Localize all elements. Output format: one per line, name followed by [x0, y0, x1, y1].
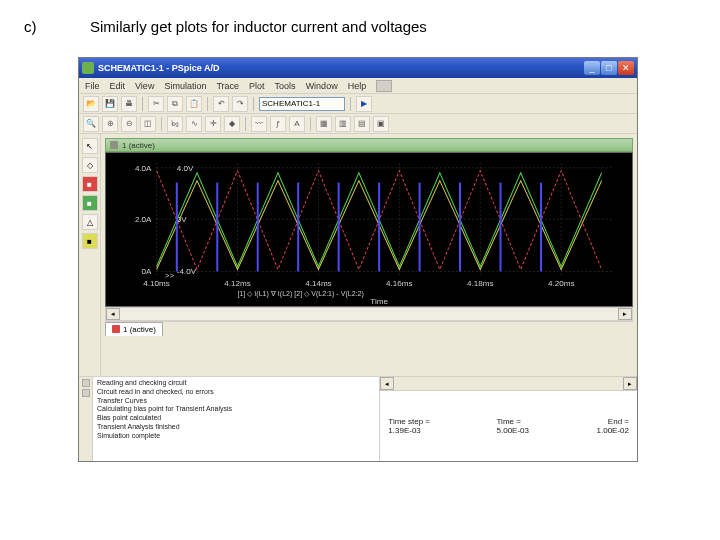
scroll-left-icon[interactable]: ◂ — [380, 377, 394, 390]
tool-save-icon[interactable]: 💾 — [102, 96, 118, 112]
status-end: End = 1.00E-02 — [594, 417, 629, 435]
schematic-combo[interactable]: SCHEMATIC1-1 — [259, 97, 345, 111]
output-side-buttons — [79, 377, 93, 461]
tool-cursor-icon[interactable]: ✛ — [205, 116, 221, 132]
scroll-left-icon[interactable]: ◂ — [106, 308, 120, 320]
tool-cut-icon[interactable]: ✂ — [148, 96, 164, 112]
tool-eval-icon[interactable]: ƒ — [270, 116, 286, 132]
tool-misc-icon[interactable]: ▦ — [316, 116, 332, 132]
plot-title-icon — [110, 141, 118, 149]
doc-tab-icon — [112, 325, 120, 333]
ylabel-left-mid: 2.0A — [135, 215, 152, 224]
menu-file[interactable]: File — [85, 81, 100, 91]
tool-fft-icon[interactable]: ∿ — [186, 116, 202, 132]
separator — [161, 117, 162, 131]
out-btn-icon[interactable] — [82, 389, 90, 397]
menu-simulation[interactable]: Simulation — [164, 81, 206, 91]
log-line: Calculating bias point for Transient Ana… — [97, 405, 375, 414]
tool-trace-icon[interactable]: 〰 — [251, 116, 267, 132]
minimize-button[interactable]: _ — [584, 61, 600, 75]
maximize-button[interactable]: □ — [601, 61, 617, 75]
tool-zoom-out-icon[interactable]: ⊖ — [121, 116, 137, 132]
side-red-icon[interactable]: ■ — [82, 176, 98, 192]
tool-open-icon[interactable]: 📂 — [83, 96, 99, 112]
out-btn-icon[interactable] — [82, 379, 90, 387]
doc-tab[interactable]: 1 (active) — [105, 322, 163, 336]
log-line: Simulation complete — [97, 432, 375, 441]
svg-text:4.14ms: 4.14ms — [305, 279, 332, 288]
tool-run-icon[interactable]: ▶ — [356, 96, 372, 112]
menu-toggle-icon[interactable] — [376, 80, 392, 92]
plot-title-text: 1 (active) — [122, 141, 155, 150]
tool-misc4-icon[interactable]: ▣ — [373, 116, 389, 132]
menu-plot[interactable]: Plot — [249, 81, 265, 91]
tool-redo-icon[interactable]: ↷ — [232, 96, 248, 112]
toolbar-1: 📂 💾 🖶 ✂ ⧉ 📋 ↶ ↷ SCHEMATIC1-1 ▶ — [79, 94, 637, 114]
ylabel-right-bot: -4.0V — [177, 267, 197, 276]
separator — [253, 97, 254, 111]
tool-misc3-icon[interactable]: ▤ — [354, 116, 370, 132]
window-title: SCHEMATIC1-1 - PSpice A/D — [98, 63, 584, 73]
log-line: Circuit read in and checked, no errors — [97, 388, 375, 397]
side-toolbar: ↖ ◇ ■ ■ △ ■ — [79, 134, 101, 376]
tool-zoom-area-icon[interactable]: ◫ — [140, 116, 156, 132]
tool-print-icon[interactable]: 🖶 — [121, 96, 137, 112]
plot-titlebar[interactable]: 1 (active) — [105, 138, 633, 152]
caption: c) Similarly get plots for inductor curr… — [24, 18, 696, 35]
svg-text:4.12ms: 4.12ms — [224, 279, 251, 288]
log-line: Bias point calculated — [97, 414, 375, 423]
side-marker-icon[interactable]: ◇ — [82, 157, 98, 173]
ylabel-left-bot: 0A — [142, 267, 153, 276]
side-tri-icon[interactable]: △ — [82, 214, 98, 230]
tool-copy-icon[interactable]: ⧉ — [167, 96, 183, 112]
menu-edit[interactable]: Edit — [110, 81, 126, 91]
pspice-window: SCHEMATIC1-1 - PSpice A/D _ □ ✕ File Edi… — [78, 57, 638, 462]
trace-legend: [1] ◇ I(L1) ∇ I(L2) [2] ◇ V(L2:1) - V(L2… — [238, 290, 364, 298]
scroll-right-icon[interactable]: ▸ — [623, 377, 637, 390]
side-cursor-icon[interactable]: ↖ — [82, 138, 98, 154]
scroll-track[interactable] — [120, 308, 618, 320]
app-icon — [82, 62, 94, 74]
caption-text: Similarly get plots for inductor current… — [90, 18, 427, 35]
output-panel: Reading and checking circuit Circuit rea… — [79, 377, 380, 461]
menu-tools[interactable]: Tools — [275, 81, 296, 91]
menu-window[interactable]: Window — [306, 81, 338, 91]
log-line: Transfer Curves — [97, 397, 375, 406]
plot-area: 1 (active) 4.0A 2.0A — [101, 134, 637, 376]
plot-h-scrollbar[interactable]: ◂ ▸ — [105, 307, 633, 321]
side-green-icon[interactable]: ■ — [82, 195, 98, 211]
tool-log-icon[interactable]: ㏒ — [167, 116, 183, 132]
ylabel-left-top: 4.0A — [135, 164, 152, 173]
side-yellow-icon[interactable]: ■ — [82, 233, 98, 249]
log-line: Reading and checking circuit — [97, 379, 375, 388]
titlebar[interactable]: SCHEMATIC1-1 - PSpice A/D _ □ ✕ — [79, 58, 637, 78]
status-scrollbar[interactable]: ◂ ▸ — [380, 377, 637, 391]
tool-text-icon[interactable]: A — [289, 116, 305, 132]
tool-mark-icon[interactable]: ◆ — [224, 116, 240, 132]
scroll-right-icon[interactable]: ▸ — [618, 308, 632, 320]
tool-undo-icon[interactable]: ↶ — [213, 96, 229, 112]
menu-trace[interactable]: Trace — [216, 81, 239, 91]
menubar: File Edit View Simulation Trace Plot Too… — [79, 78, 637, 94]
status-time: Time = 5.00E-03 — [497, 417, 534, 435]
tool-misc2-icon[interactable]: ▥ — [335, 116, 351, 132]
tool-zoom-icon[interactable]: 🔍 — [83, 116, 99, 132]
svg-text:4.16ms: 4.16ms — [386, 279, 413, 288]
close-button[interactable]: ✕ — [618, 61, 634, 75]
separator — [350, 97, 351, 111]
tool-zoom-in-icon[interactable]: ⊕ — [102, 116, 118, 132]
svg-text:4.10ms: 4.10ms — [143, 279, 170, 288]
separator — [142, 97, 143, 111]
menu-help[interactable]: Help — [348, 81, 367, 91]
svg-text:4.18ms: 4.18ms — [467, 279, 494, 288]
plot-canvas[interactable]: 4.0A 2.0A 0A 4.0V 0V -4.0V >> — [105, 152, 633, 307]
doc-tab-label: 1 (active) — [123, 325, 156, 334]
menu-view[interactable]: View — [135, 81, 154, 91]
caption-item: c) — [24, 18, 54, 35]
lower-panel: Reading and checking circuit Circuit rea… — [79, 376, 637, 461]
status-timestep: Time step = 1.39E-03 — [388, 417, 436, 435]
output-log[interactable]: Reading and checking circuit Circuit rea… — [93, 377, 379, 461]
tool-paste-icon[interactable]: 📋 — [186, 96, 202, 112]
separator — [245, 117, 246, 131]
x-axis-label: Time — [370, 297, 388, 306]
